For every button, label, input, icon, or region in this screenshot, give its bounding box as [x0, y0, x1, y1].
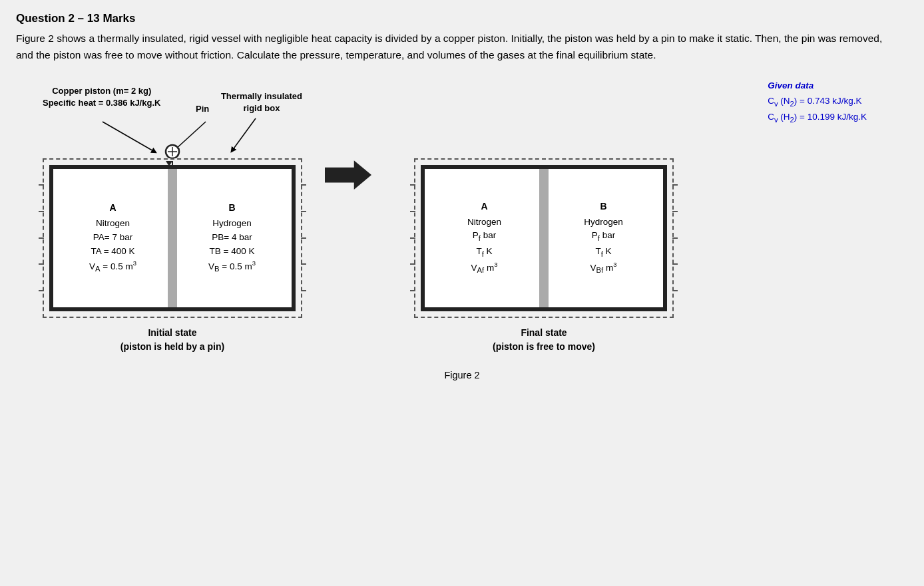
svg-point-3 [166, 145, 179, 158]
svg-line-1 [176, 122, 206, 149]
initial-side-a: A Nitrogen PA= 7 bar TA = 400 K VA = 0.5… [53, 169, 172, 307]
final-a-T: Tf K [476, 245, 492, 260]
question-title: Question 2 – 13 Marks [16, 12, 908, 25]
initial-state-diagram: Copper piston (m= 2 kg) Specific heat = … [36, 85, 309, 354]
final-state-diagram: Given data Cv (N2) = 0.743 kJ/kg.K Cv (H… [407, 85, 680, 354]
pin-label: Pin [196, 104, 209, 114]
question-text: Figure 2 shows a thermally insulated, ri… [16, 31, 901, 64]
initial-vb: VB = 0.5 m3 [208, 259, 256, 275]
arrow-svg [325, 158, 371, 192]
thermally-insulated-label: Thermally insulated rigid box [221, 90, 302, 114]
final-state-caption: Final state (piston is free to move) [493, 326, 595, 354]
initial-side-b: B Hydrogen PB= 4 bar TB = 400 K VB = 0.5… [172, 169, 292, 307]
svg-marker-6 [325, 160, 371, 190]
piston-initial [168, 169, 177, 307]
final-a-P: Pf bar [473, 229, 496, 244]
piston-final [539, 169, 549, 307]
given-data-box: Given data Cv (N2) = 0.743 kJ/kg.K Cv (H… [768, 78, 867, 126]
transition-arrow [325, 158, 371, 192]
outer-dashed-box-final: A Nitrogen Pf bar Tf K VAf m3 B Hydrogen… [414, 158, 674, 318]
final-side-b: B Hydrogen Pf bar Tf K VBf m3 [544, 169, 663, 307]
svg-line-2 [232, 118, 256, 150]
final-side-a: A Nitrogen Pf bar Tf K VAf m3 [425, 169, 544, 307]
final-b-P: Pf bar [592, 229, 615, 244]
final-b-V: VBf m3 [590, 260, 617, 277]
outer-dashed-box-initial: A Nitrogen PA= 7 bar TA = 400 K VA = 0.5… [43, 158, 302, 318]
initial-inner-box: A Nitrogen PA= 7 bar TA = 400 K VA = 0.5… [49, 165, 296, 311]
final-inner-box: A Nitrogen Pf bar Tf K VAf m3 B Hydrogen… [421, 165, 667, 311]
initial-state-caption: Initial state (piston is held by a pin) [120, 326, 224, 354]
final-a-V: VAf m3 [471, 260, 498, 277]
diagram-area: Copper piston (m= 2 kg) Specific heat = … [16, 85, 908, 354]
page-content: Question 2 – 13 Marks Figure 2 shows a t… [16, 12, 908, 380]
svg-line-0 [103, 122, 154, 152]
copper-piston-label: Copper piston (m= 2 kg) Specific heat = … [43, 85, 160, 109]
initial-va: VA = 0.5 m3 [89, 259, 136, 275]
final-b-T: Tf K [595, 245, 611, 260]
figure-caption: Figure 2 [16, 370, 908, 380]
